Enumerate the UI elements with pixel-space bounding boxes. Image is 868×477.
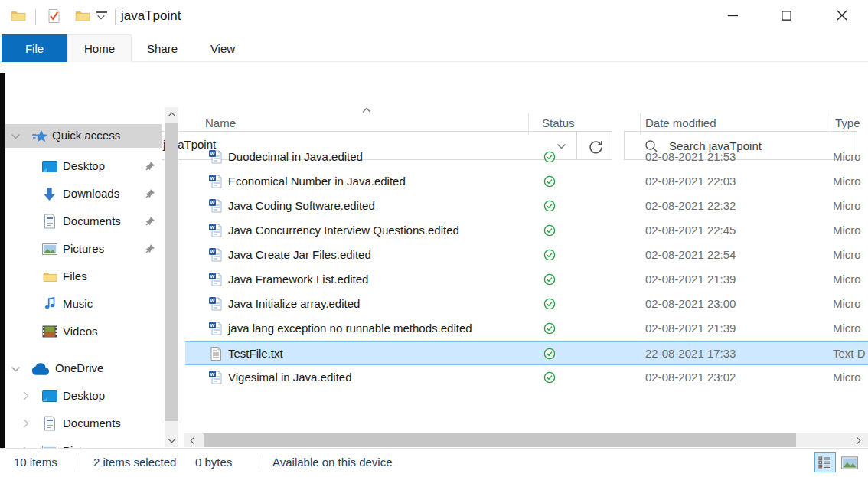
- tab-file[interactable]: File: [2, 34, 67, 62]
- sidebar-item-videos[interactable]: Videos: [5, 320, 162, 344]
- details-view-button[interactable]: [814, 452, 836, 472]
- file-date: 02-08-2021 23:02: [645, 371, 736, 384]
- sidebar-item-onedrive-pictures[interactable]: Pictures: [5, 439, 162, 448]
- horizontal-scrollbar[interactable]: [184, 433, 868, 447]
- scrollbar-thumb[interactable]: [204, 433, 796, 447]
- file-type: Micro: [833, 322, 861, 335]
- sidebar-scrollbar[interactable]: [165, 107, 178, 447]
- sidebar-item-label: Music: [63, 297, 93, 310]
- word-doc-icon: [208, 370, 224, 385]
- minimize-button[interactable]: [715, 0, 750, 31]
- sidebar-item-files[interactable]: Files: [5, 265, 162, 289]
- save-check-icon[interactable]: [46, 8, 61, 24]
- file-date: 02-08-2021 22:32: [645, 199, 736, 212]
- sidebar-item-desktop[interactable]: Desktop: [5, 155, 162, 178]
- synced-check-icon: [543, 249, 556, 261]
- scroll-right-arrow-icon[interactable]: [851, 433, 865, 447]
- large-icons-view-icon: [841, 456, 858, 469]
- sidebar-item-label: Downloads: [63, 187, 119, 200]
- file-date: 22-08-2021 17:33: [645, 347, 736, 360]
- sort-ascending-icon: [361, 107, 372, 113]
- sidebar-item-onedrive-desktop[interactable]: Desktop: [5, 384, 162, 408]
- table-row[interactable]: Java Framework List.edited 02-08-2021 21…: [185, 268, 868, 292]
- scroll-down-arrow-icon[interactable]: [165, 433, 178, 447]
- separator: [35, 9, 36, 25]
- table-row[interactable]: Economical Number in Java.edited 02-08-2…: [185, 170, 868, 194]
- video-icon: [42, 325, 57, 338]
- folder-icon[interactable]: [75, 9, 90, 21]
- large-icons-view-button[interactable]: [839, 452, 860, 472]
- sidebar-item-quick-access[interactable]: Quick access: [5, 124, 162, 148]
- synced-check-icon: [543, 298, 556, 310]
- table-row[interactable]: Java Coding Software.edited 02-08-2021 2…: [185, 194, 868, 218]
- file-name: Vigesimal in Java.edited: [228, 371, 351, 384]
- folder-icon[interactable]: [11, 9, 26, 21]
- table-row-selected[interactable]: TestFile.txt 22-08-2021 17:33 Text D: [185, 341, 868, 365]
- navigation-bar: javaTpoint: [0, 62, 868, 107]
- sidebar-item-downloads[interactable]: Downloads: [5, 182, 162, 206]
- details-view-icon: [818, 456, 832, 469]
- scroll-up-arrow-icon[interactable]: [165, 107, 178, 121]
- tab-file-label: File: [25, 42, 44, 55]
- chevron-right-icon[interactable]: [23, 419, 29, 428]
- table-row[interactable]: Java Create Jar Files.edited 02-08-2021 …: [185, 243, 868, 267]
- status-bar: 10 items 2 items selected 0 bytes Availa…: [0, 448, 868, 477]
- pin-icon: [145, 161, 155, 171]
- sidebar-item-pictures[interactable]: Pictures: [5, 237, 162, 261]
- column-header-type[interactable]: Type: [835, 116, 860, 129]
- file-date: 02-08-2021 23:00: [645, 297, 736, 310]
- tab-share[interactable]: Share: [132, 34, 193, 62]
- file-date: 02-08-2021 21:39: [645, 273, 736, 286]
- selection-size: 0 bytes: [195, 456, 232, 469]
- sidebar-item-onedrive-documents[interactable]: Documents: [5, 412, 162, 436]
- close-button[interactable]: [824, 0, 860, 31]
- table-row[interactable]: Duodecimal in Java.edited 02-08-2021 21:…: [185, 145, 868, 169]
- column-header-name[interactable]: Name: [205, 116, 236, 129]
- quick-access-star-icon: [32, 129, 49, 143]
- word-doc-icon: [208, 272, 224, 287]
- table-row[interactable]: java lang exception no runnable methods.…: [185, 317, 868, 341]
- navigation-pane: Quick access Desktop Downloads Documents…: [5, 107, 162, 448]
- column-divider[interactable]: [528, 113, 529, 135]
- synced-check-icon: [543, 175, 556, 188]
- availability-status: Available on this device: [272, 456, 393, 469]
- sidebar-item-music[interactable]: Music: [5, 292, 162, 316]
- sidebar-item-label: Desktop: [63, 159, 105, 172]
- tab-home[interactable]: Home: [67, 34, 132, 62]
- qat-customize-dropdown-icon[interactable]: [96, 11, 107, 20]
- column-divider[interactable]: [640, 113, 641, 135]
- file-name: Java Coding Software.edited: [228, 199, 375, 212]
- word-doc-icon: [208, 223, 224, 238]
- synced-check-icon: [543, 322, 556, 335]
- sidebar-item-label: Desktop: [63, 389, 105, 402]
- sidebar-item-label: Files: [63, 270, 87, 283]
- pin-icon: [145, 243, 155, 253]
- synced-check-icon: [543, 371, 556, 384]
- tab-view[interactable]: View: [193, 34, 253, 62]
- column-header-date-modified[interactable]: Date modified: [645, 116, 716, 129]
- folder-icon: [43, 270, 57, 283]
- file-date: 02-08-2021 22:45: [645, 224, 736, 237]
- table-row[interactable]: Vigesimal in Java.edited 02-08-2021 23:0…: [185, 366, 868, 390]
- scrollbar-thumb[interactable]: [165, 123, 178, 421]
- chevron-right-icon[interactable]: [23, 391, 29, 400]
- word-doc-icon: [208, 296, 224, 312]
- sidebar-item-documents[interactable]: Documents: [5, 210, 162, 234]
- column-header-status[interactable]: Status: [542, 116, 575, 129]
- file-name: java lang exception no runnable methods.…: [228, 322, 472, 335]
- file-type: Text D: [833, 347, 866, 360]
- maximize-button[interactable]: [768, 0, 804, 31]
- word-doc-icon: [208, 149, 224, 165]
- sidebar-item-label: Videos: [63, 325, 98, 338]
- table-row[interactable]: Java Concurrency Interview Questions.edi…: [185, 219, 868, 243]
- table-row[interactable]: Java Initialize array.edited 02-08-2021 …: [185, 292, 868, 316]
- separator: [115, 9, 116, 25]
- onedrive-cloud-icon: [31, 363, 50, 376]
- download-icon: [43, 187, 56, 201]
- chevron-down-icon[interactable]: [11, 133, 21, 139]
- sidebar-item-onedrive[interactable]: OneDrive: [5, 357, 162, 381]
- document-icon: [43, 214, 57, 229]
- chevron-down-icon[interactable]: [11, 366, 21, 372]
- scroll-left-arrow-icon[interactable]: [185, 433, 199, 447]
- column-divider[interactable]: [830, 113, 830, 135]
